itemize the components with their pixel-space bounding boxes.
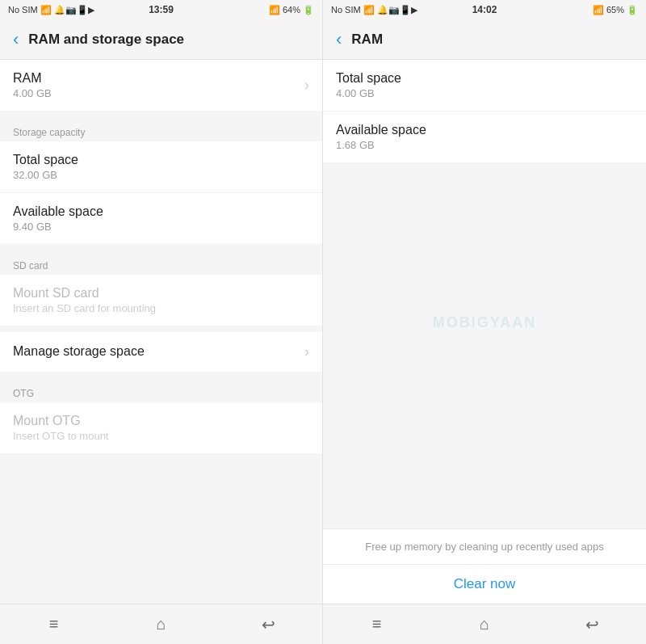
right-status-bar: No SIM 📶 🔔📷📱▶ 14:02 📶 65% 🔋 [323, 0, 646, 19]
right-total-space-content: Total space 4.00 GB [336, 71, 633, 99]
left-battery-text: 64% [283, 5, 300, 15]
right-battery-text: 65% [606, 5, 624, 15]
left-no-sim: No SIM [8, 5, 38, 15]
right-wifi-icon: 📶 [593, 5, 604, 15]
left-ram-subtitle: 4.00 GB [13, 87, 304, 99]
left-ram-item[interactable]: RAM 4.00 GB › [0, 60, 322, 111]
left-total-space-subtitle: 32.00 GB [13, 169, 309, 181]
right-available-space-item: Available space 1.68 GB [323, 112, 646, 162]
left-otg-label-section: OTG Mount OTG Insert OTG to mount [0, 378, 322, 453]
left-status-bar: No SIM 📶 🔔📷📱▶ 13:59 📶 64% 🔋 [0, 0, 322, 19]
right-back-nav-button[interactable]: ↩ [568, 608, 616, 641]
right-status-left: No SIM 📶 🔔📷📱▶ [331, 5, 593, 15]
left-available-space-title: Available space [13, 204, 309, 219]
right-ram-section: Total space 4.00 GB Available space 1.68… [323, 60, 646, 162]
left-mount-otg-content: Mount OTG Insert OTG to mount [13, 414, 309, 442]
right-panel: MOBIGYAAN No SIM 📶 🔔📷📱▶ 14:02 📶 65% 🔋 ‹ … [323, 0, 646, 644]
left-available-space-content: Available space 9.40 GB [13, 204, 309, 233]
left-manage-storage-title: Manage storage space [13, 344, 304, 359]
left-content: RAM 4.00 GB › Storage capacity Total spa… [0, 60, 322, 604]
left-storage-label: Storage capacity [0, 117, 322, 141]
left-time: 13:59 [149, 4, 174, 15]
right-title-bar: ‹ RAM [323, 19, 646, 60]
left-wifi-icon: 📶 [269, 5, 280, 15]
left-otg-label: OTG [0, 378, 322, 402]
left-mount-sdcard-title: Mount SD card [13, 286, 309, 301]
right-no-sim: No SIM [331, 5, 361, 15]
clear-now-button[interactable]: Clear now [323, 564, 646, 604]
right-total-space-title: Total space [336, 71, 633, 86]
left-title-bar: ‹ RAM and storage space [0, 19, 322, 60]
right-scrollable: Total space 4.00 GB Available space 1.68… [323, 60, 646, 528]
left-panel: No SIM 📶 🔔📷📱▶ 13:59 📶 64% 🔋 ‹ RAM and st… [0, 0, 323, 644]
left-section-ram: RAM 4.00 GB › [0, 60, 322, 111]
left-manage-chevron: › [304, 343, 309, 360]
left-storage-section: Total space 32.00 GB Available space 9.4… [0, 141, 322, 244]
left-manage-section: Manage storage space › [0, 332, 322, 372]
left-manage-storage-item[interactable]: Manage storage space › [0, 332, 322, 372]
left-mount-otg-subtitle: Insert OTG to mount [13, 430, 309, 442]
free-memory-bar: Free up memory by cleaning up recently u… [323, 528, 646, 564]
left-manage-storage-content: Manage storage space [13, 344, 304, 360]
left-ram-chevron: › [304, 77, 309, 94]
left-available-space-item: Available space 9.40 GB [0, 193, 322, 244]
right-content: Total space 4.00 GB Available space 1.68… [323, 60, 646, 604]
left-total-space-content: Total space 32.00 GB [13, 153, 309, 181]
left-menu-button[interactable]: ≡ [30, 608, 78, 641]
left-total-space-title: Total space [13, 153, 309, 167]
right-total-space-subtitle: 4.00 GB [336, 87, 633, 99]
left-storage-label-section: Storage capacity Total space 32.00 GB Av… [0, 117, 322, 244]
left-bottom-nav: ≡ ⌂ ↩ [0, 604, 322, 644]
left-mount-sdcard-subtitle: Insert an SD card for mounting [13, 302, 309, 314]
right-status-right: 📶 65% 🔋 [593, 5, 638, 15]
right-available-space-subtitle: 1.68 GB [336, 139, 633, 151]
right-page-title: RAM [351, 32, 383, 48]
left-back-button[interactable]: ‹ [13, 31, 19, 48]
right-time: 14:02 [472, 4, 497, 15]
left-mount-sdcard-item: Mount SD card Insert an SD card for moun… [0, 275, 322, 326]
left-total-space-item: Total space 32.00 GB [0, 141, 322, 193]
left-mount-otg-title: Mount OTG [13, 414, 309, 428]
left-ram-content: RAM 4.00 GB [13, 71, 304, 99]
right-signal-icon: 📶 [363, 5, 375, 15]
right-battery-icon: 🔋 [627, 5, 638, 15]
right-status-icons: 🔔📷📱▶ [377, 5, 417, 15]
left-battery-icon: 🔋 [303, 5, 314, 15]
right-home-button[interactable]: ⌂ [460, 608, 509, 641]
right-back-button[interactable]: ‹ [336, 31, 342, 48]
right-bottom-nav: ≡ ⌂ ↩ [323, 604, 646, 644]
right-available-space-content: Available space 1.68 GB [336, 123, 633, 151]
left-page-title: RAM and storage space [28, 32, 184, 48]
right-total-space-item: Total space 4.00 GB [323, 60, 646, 112]
left-sdcard-section: Mount SD card Insert an SD card for moun… [0, 275, 322, 326]
left-status-left: No SIM 📶 🔔📷📱▶ [8, 5, 269, 15]
left-sdcard-label-section: SD card Mount SD card Insert an SD card … [0, 250, 322, 326]
left-status-right: 📶 64% 🔋 [269, 5, 314, 15]
left-mount-otg-item: Mount OTG Insert OTG to mount [0, 402, 322, 453]
left-back-nav-button[interactable]: ↩ [245, 608, 293, 641]
left-status-icons: 🔔📷📱▶ [54, 5, 94, 15]
left-ram-title: RAM [13, 71, 304, 86]
clear-now-label[interactable]: Clear now [454, 576, 516, 591]
right-available-space-title: Available space [336, 123, 633, 137]
left-sdcard-label: SD card [0, 250, 322, 275]
left-mount-sdcard-content: Mount SD card Insert an SD card for moun… [13, 286, 309, 314]
left-signal-icon: 📶 [40, 5, 52, 15]
left-otg-section: Mount OTG Insert OTG to mount [0, 402, 322, 453]
right-menu-button[interactable]: ≡ [353, 608, 401, 641]
left-home-button[interactable]: ⌂ [137, 608, 186, 641]
left-available-space-subtitle: 9.40 GB [13, 221, 309, 233]
free-memory-text: Free up memory by cleaning up recently u… [365, 541, 604, 553]
